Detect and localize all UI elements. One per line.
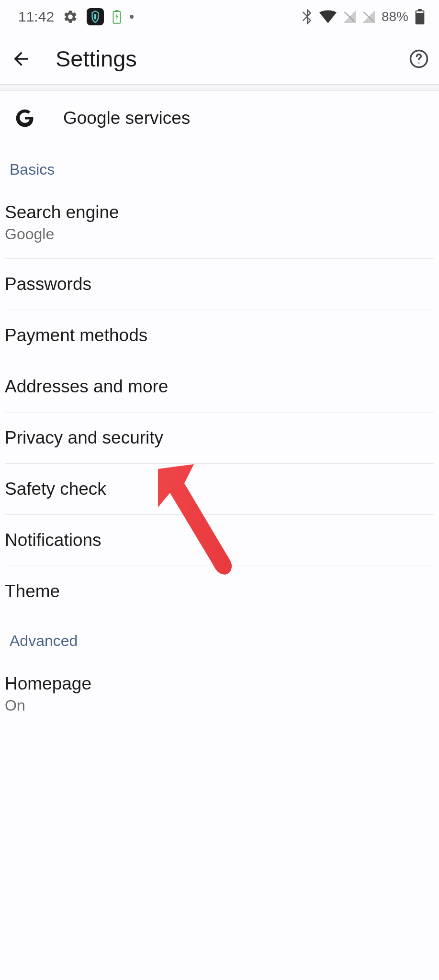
status-bar-left: 11:42 (18, 8, 134, 25)
settings-item-title: Homepage (5, 674, 434, 694)
battery-percent: 88% (382, 9, 408, 24)
settings-item-addresses[interactable]: Addresses and more (5, 361, 434, 412)
settings-item-title: Search engine (5, 202, 434, 223)
settings-item-title: Theme (5, 581, 60, 601)
settings-item-notifications[interactable]: Notifications (5, 515, 434, 566)
google-icon (15, 109, 34, 128)
status-time: 11:42 (18, 9, 54, 25)
status-bar: 11:42 (0, 0, 439, 33)
settings-item-title: Privacy and security (5, 428, 163, 447)
svg-rect-7 (416, 11, 424, 13)
settings-item-payment-methods[interactable]: Payment methods (5, 310, 434, 361)
signal-icon-1 (343, 11, 356, 23)
wifi-icon (319, 10, 337, 23)
back-button[interactable] (10, 47, 33, 70)
settings-item-theme[interactable]: Theme (5, 566, 434, 617)
settings-item-passwords[interactable]: Passwords (5, 259, 434, 310)
settings-item-subtitle: On (5, 697, 434, 714)
help-button[interactable] (408, 48, 429, 69)
settings-item-title: Notifications (5, 530, 101, 550)
section-header-basics: Basics (5, 145, 434, 187)
settings-item-search-engine[interactable]: Search engine Google (5, 187, 434, 259)
settings-item-subtitle: Google (5, 225, 434, 243)
bluetooth-icon (301, 9, 313, 25)
svg-point-9 (418, 62, 419, 63)
settings-item-privacy-security[interactable]: Privacy and security (5, 412, 434, 464)
settings-item-title: Addresses and more (5, 377, 168, 396)
header-bar: Settings (0, 33, 439, 84)
settings-item-label: Google services (63, 108, 190, 128)
svg-rect-2 (115, 10, 119, 12)
page-title: Settings (56, 45, 385, 72)
app-icon (87, 8, 104, 25)
settings-item-homepage[interactable]: Homepage On (5, 658, 434, 730)
section-gap (0, 84, 439, 91)
gear-icon (63, 9, 78, 24)
settings-item-title: Safety check (5, 479, 106, 499)
settings-item-title: Payment methods (5, 325, 147, 345)
battery-charge-icon (113, 10, 121, 24)
section-advanced: Advanced Homepage On (0, 617, 439, 730)
section-header-advanced: Advanced (5, 617, 434, 658)
status-bar-right: 88% (301, 9, 425, 25)
settings-item-safety-check[interactable]: Safety check (5, 464, 434, 515)
battery-icon (415, 9, 425, 24)
svg-rect-0 (94, 14, 96, 20)
settings-item-title: Passwords (5, 274, 91, 294)
settings-item-google-services[interactable]: Google services (0, 91, 439, 145)
section-basics: Basics Search engine Google Passwords Pa… (0, 145, 439, 617)
signal-icon-2 (362, 11, 375, 23)
dot-icon (130, 15, 134, 19)
